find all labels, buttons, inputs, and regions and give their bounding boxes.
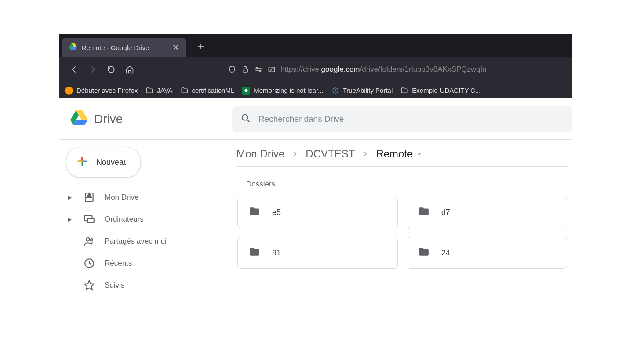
search-box[interactable] (232, 106, 572, 132)
breadcrumb: Mon Drive DCVTEST Remote (236, 148, 568, 167)
folder-card[interactable]: e5 (237, 197, 398, 228)
drive-header: Drive (59, 98, 572, 140)
bookmarks-bar: Débuter avec Firefox JAVA certificationM… (59, 82, 572, 98)
breadcrumb-current-label: Remote (376, 148, 413, 160)
new-button[interactable]: Nouveau (66, 147, 141, 178)
app-icon (242, 87, 250, 95)
permissions-icon[interactable] (254, 65, 263, 74)
browser-tab[interactable]: Remote - Google Drive ✕ (62, 38, 186, 57)
bookmark-item[interactable]: Débuter avec Firefox (65, 87, 138, 95)
shared-icon (84, 236, 95, 247)
expand-icon[interactable]: ▶ (68, 194, 74, 200)
sidebar-item-label: Partagés avec moi (105, 237, 167, 246)
computers-icon (84, 214, 95, 225)
folder-grid: e5 d7 91 24 (236, 197, 568, 269)
lock-icon[interactable] (241, 65, 250, 74)
drive-logo[interactable]: Drive (69, 109, 232, 129)
svg-point-10 (86, 238, 90, 241)
chevron-right-icon (362, 148, 369, 160)
address-bar[interactable]: https://drive.google.com/drive/folders/1… (228, 65, 565, 74)
new-button-label: Nouveau (96, 158, 128, 167)
section-label: Dossiers (246, 180, 568, 189)
bookmark-item[interactable]: TrueAbility Portal (331, 87, 393, 95)
app-icon (331, 87, 339, 95)
close-icon[interactable]: ✕ (171, 44, 179, 51)
back-button[interactable] (66, 61, 83, 78)
clock-icon (84, 258, 95, 269)
svg-point-6 (242, 114, 248, 120)
drive-app: Drive Nouveau (59, 98, 572, 296)
folder-icon (400, 87, 408, 95)
folder-icon (181, 87, 189, 95)
browser-toolbar: https://drive.google.com/drive/folders/1… (59, 57, 572, 82)
mydrive-icon (84, 192, 95, 203)
breadcrumb-item[interactable]: DCVTEST (306, 148, 355, 160)
folder-name: d7 (441, 208, 450, 217)
plus-icon (75, 154, 89, 170)
tab-strip: Remote - Google Drive ✕ ＋ (59, 34, 572, 57)
folder-name: e5 (272, 208, 281, 217)
new-tab-button[interactable]: ＋ (194, 39, 207, 53)
drive-logo-icon (69, 109, 89, 129)
sidebar-item-label: Récents (105, 259, 132, 268)
home-button[interactable] (121, 61, 138, 78)
sidebar-item-starred[interactable]: ▶ Suivis (63, 274, 232, 296)
folder-name: 24 (441, 248, 450, 258)
svg-point-4 (245, 89, 248, 92)
tab-title: Remote - Google Drive (82, 44, 167, 51)
folder-icon (418, 206, 430, 219)
drive-favicon (69, 42, 77, 53)
folder-card[interactable]: 91 (237, 237, 398, 269)
browser-chrome: Remote - Google Drive ✕ ＋ (59, 34, 572, 98)
bookmark-item[interactable]: certificationML (181, 87, 235, 95)
sidebar-item-mydrive[interactable]: ▶ Mon Drive (63, 186, 232, 208)
sidebar: Nouveau ▶ Mon Drive ▶ Ordinateurs ▶ Part… (59, 140, 232, 296)
caret-down-icon (416, 148, 422, 160)
sidebar-item-label: Suivis (105, 281, 124, 290)
drive-logo-text: Drive (94, 112, 123, 126)
svg-rect-0 (243, 69, 248, 73)
bookmark-item[interactable]: Exemple-UDACITY-C... (400, 87, 480, 95)
folder-icon (146, 87, 153, 95)
bookmark-item[interactable]: JAVA (146, 87, 172, 95)
reload-button[interactable] (103, 61, 120, 78)
bookmark-label: TrueAbility Portal (343, 87, 393, 94)
sidebar-item-recent[interactable]: ▶ Récents (63, 252, 232, 274)
bookmark-label: Débuter avec Firefox (76, 87, 138, 94)
bookmark-label: Memorizing is not lear... (254, 87, 323, 94)
folder-card[interactable]: 24 (407, 237, 567, 269)
chevron-right-icon (291, 148, 298, 160)
folder-name: 91 (272, 248, 281, 258)
bookmark-label: Exemple-UDACITY-C... (412, 87, 480, 94)
forward-button[interactable] (84, 61, 101, 78)
bookmark-item[interactable]: Memorizing is not lear... (242, 87, 323, 95)
sidebar-item-label: Mon Drive (105, 193, 138, 202)
bookmark-label: certificationML (192, 87, 235, 94)
folder-icon (248, 206, 261, 219)
search-input[interactable] (258, 114, 564, 124)
breadcrumb-current[interactable]: Remote (376, 148, 422, 160)
folder-icon (418, 246, 430, 259)
star-icon (84, 280, 95, 291)
expand-icon[interactable]: ▶ (68, 216, 74, 222)
url-text: https://drive.google.com/drive/folders/1… (280, 65, 487, 74)
main-content: Mon Drive DCVTEST Remote Dossiers e5 (232, 140, 572, 296)
sidebar-item-shared[interactable]: ▶ Partagés avec moi (63, 230, 232, 252)
shield-icon[interactable] (228, 65, 236, 74)
folder-card[interactable]: d7 (407, 197, 567, 228)
sidebar-item-label: Ordinateurs (105, 215, 144, 224)
blocked-icon[interactable] (267, 65, 276, 74)
breadcrumb-item[interactable]: Mon Drive (236, 148, 284, 160)
folder-icon (248, 246, 261, 259)
firefox-icon (65, 87, 73, 95)
sidebar-item-computers[interactable]: ▶ Ordinateurs (63, 208, 232, 230)
svg-point-2 (259, 70, 261, 72)
svg-point-1 (256, 68, 258, 69)
bookmark-label: JAVA (157, 87, 172, 94)
search-icon (241, 113, 251, 125)
svg-point-11 (91, 239, 93, 241)
